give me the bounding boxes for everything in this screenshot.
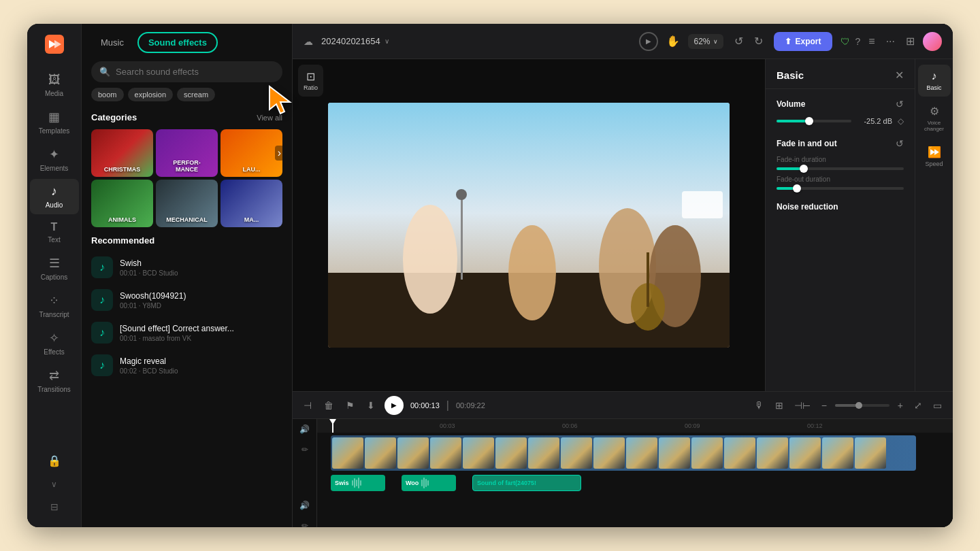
volume-diamond-icon[interactable]: ◇ [898, 116, 904, 126]
tag-scream[interactable]: scream [177, 88, 215, 101]
app-logo[interactable] [42, 32, 67, 56]
video-props-row: ⊡ Ratio [293, 59, 953, 391]
split-audio-icon[interactable]: ⊣⊢ [791, 397, 813, 414]
fade-in-sublabel: Fade-in duration [777, 156, 904, 163]
category-christmas[interactable]: CHRISTMAS [91, 129, 153, 177]
sidebar-item-media[interactable]: 🖼 Media [30, 67, 79, 103]
category-performance-label: PERFOR-MANCE [156, 129, 218, 177]
volume-slider-thumb[interactable] [805, 117, 813, 125]
noise-section: Noise reduction [777, 202, 904, 212]
mic-icon[interactable]: 🎙 [752, 397, 767, 414]
sound-play-correct[interactable]: ♪ [91, 322, 113, 344]
side-volume-icon[interactable]: 🔊 [299, 424, 310, 434]
sound-meta-magic-reveal: 00:02 · BCD Studio [120, 367, 282, 375]
timeline-trash-icon[interactable]: 🗑 [321, 397, 336, 414]
audio-clip-woo-label: Woo [406, 480, 419, 486]
sidebar-item-transitions[interactable]: ⇄ Transitions [30, 363, 79, 399]
redo-button[interactable]: ↻ [751, 32, 766, 50]
user-avatar[interactable] [923, 32, 942, 51]
grid-icon[interactable]: ⊞ [772, 397, 786, 414]
sidebar-item-audio[interactable]: ♪ Audio [30, 179, 79, 214]
basic-tab-label: Basic [926, 84, 941, 91]
current-time-display: 00:00:13 [410, 401, 440, 410]
timeline-play-button[interactable]: ▶ [385, 396, 404, 415]
zoom-out-timeline-icon[interactable]: − [819, 397, 830, 414]
sound-play-magic-reveal[interactable]: ♪ [91, 354, 113, 376]
caption-timeline-icon[interactable]: ▭ [930, 397, 945, 414]
undo-button[interactable]: ↺ [732, 32, 746, 50]
sidebar-item-templates[interactable]: ▦ Templates [30, 104, 79, 140]
hand-tool-icon[interactable]: ✋ [666, 35, 680, 48]
sidebar-chevron-down[interactable]: ∨ [30, 474, 79, 495]
layout-icon[interactable]: ⊞ [903, 32, 917, 50]
tag-explosion[interactable]: explosion [128, 88, 173, 101]
shield-icon[interactable]: 🛡 [840, 36, 850, 47]
timeline-download-icon[interactable]: ⬇ [364, 397, 378, 414]
fullscreen-icon[interactable]: ⤢ [911, 397, 925, 414]
wdot2 [354, 478, 355, 488]
sidebar-item-effects[interactable]: ✧ Effects [30, 325, 79, 361]
category-launch[interactable]: LAU... › [220, 129, 282, 177]
side-volume-icon-2[interactable]: 🔊 [299, 501, 310, 510]
sidebar-item-transcript[interactable]: ⁘ Transcript [30, 288, 79, 324]
category-mechanical[interactable]: MECHANICAL [156, 180, 218, 227]
fade-in-slider-thumb[interactable] [800, 165, 808, 173]
play-mode-button[interactable]: ▶ [639, 32, 658, 51]
category-magic[interactable]: MA... [220, 180, 282, 227]
sound-item-swish[interactable]: ♪ Swish 00:01 · BCD Studio [82, 251, 292, 284]
sound-item-correct[interactable]: ♪ [Sound effect] Correct answer... 00:01… [82, 316, 292, 349]
audio-clip-woo[interactable]: Woo [402, 475, 456, 491]
sidebar-item-captions[interactable]: ☰ Captions [30, 250, 79, 286]
sidebar-bottom-icon[interactable]: ⊟ [30, 496, 79, 518]
wdot7 [423, 478, 425, 488]
sound-item-magic-reveal[interactable]: ♪ Magic reveal 00:02 · BCD Studio [82, 349, 292, 382]
tab-music[interactable]: Music [93, 33, 132, 52]
fade-out-slider-thumb[interactable] [793, 184, 801, 193]
search-box: 🔍 [91, 61, 282, 82]
view-all-button[interactable]: View all [257, 114, 282, 122]
tab-speed[interactable]: ⏩ Speed [918, 140, 951, 173]
zoom-control[interactable]: 62% ∨ [688, 34, 723, 49]
tab-sound-effects[interactable]: Sound effects [137, 32, 218, 53]
category-magic-label: MA... [220, 180, 282, 227]
timeline-zoom-slider[interactable] [835, 404, 889, 407]
search-input[interactable] [116, 67, 274, 77]
audio-clip-sound-fart[interactable]: Sound of fart(24075! [472, 475, 581, 491]
project-name[interactable]: 202402021654 ∨ [321, 36, 389, 46]
category-animals[interactable]: ANIMALS [91, 180, 153, 227]
category-performance[interactable]: PERFOR-MANCE [156, 129, 218, 177]
zoom-in-timeline-icon[interactable]: + [895, 397, 906, 414]
tab-basic[interactable]: ♪ Basic [918, 65, 951, 97]
volume-slider[interactable] [777, 120, 851, 122]
tab-voice-changer[interactable]: ⚙ Voice changer [918, 99, 951, 137]
tag-boom[interactable]: boom [91, 88, 124, 101]
timeline-right-tools: 🎙 ⊞ ⊣⊢ − + ⤢ ▭ [752, 397, 945, 414]
side-pencil-icon-2[interactable]: ✏ [301, 521, 308, 527]
sidebar-item-elements[interactable]: ✦ Elements [30, 141, 79, 178]
fade-in-slider[interactable] [777, 167, 904, 170]
sidebar-lock[interactable]: 🔒 [30, 449, 79, 473]
close-panel-button[interactable]: ✕ [895, 69, 904, 82]
timeline-zoom-thumb[interactable] [855, 402, 862, 409]
sound-info-swoosh: Swoosh(1094921) 00:01 · Y8MD [120, 291, 282, 310]
timeline-trim-icon[interactable]: ⊣ [301, 397, 314, 414]
sound-item-swoosh[interactable]: ♪ Swoosh(1094921) 00:01 · Y8MD [82, 284, 292, 316]
export-button[interactable]: ⬆ Export [774, 32, 832, 51]
sidebar-item-text[interactable]: T Text [30, 216, 79, 249]
sidebar-item-media-label: Media [45, 90, 63, 97]
stack-icon[interactable]: ≡ [866, 33, 877, 50]
video-track-content[interactable] [331, 435, 916, 471]
ratio-button[interactable]: ⊡ Ratio [298, 65, 323, 97]
fade-out-slider[interactable] [777, 187, 904, 190]
sound-play-swoosh[interactable]: ♪ [91, 289, 113, 311]
help-icon[interactable]: ? [855, 36, 861, 47]
audio-clip-swish[interactable]: Swis [331, 475, 385, 491]
volume-refresh-icon[interactable]: ↺ [896, 99, 904, 110]
fade-refresh-icon[interactable]: ↺ [896, 138, 904, 149]
speed-tab-icon: ⏩ [928, 146, 941, 158]
sound-play-swish[interactable]: ♪ [91, 256, 113, 278]
side-pencil-icon[interactable]: ✏ [301, 445, 308, 454]
categories-next-arrow[interactable]: › [275, 146, 282, 161]
timeline-flag-icon[interactable]: ⚑ [343, 397, 357, 414]
more-options-icon[interactable]: ··· [883, 33, 898, 50]
